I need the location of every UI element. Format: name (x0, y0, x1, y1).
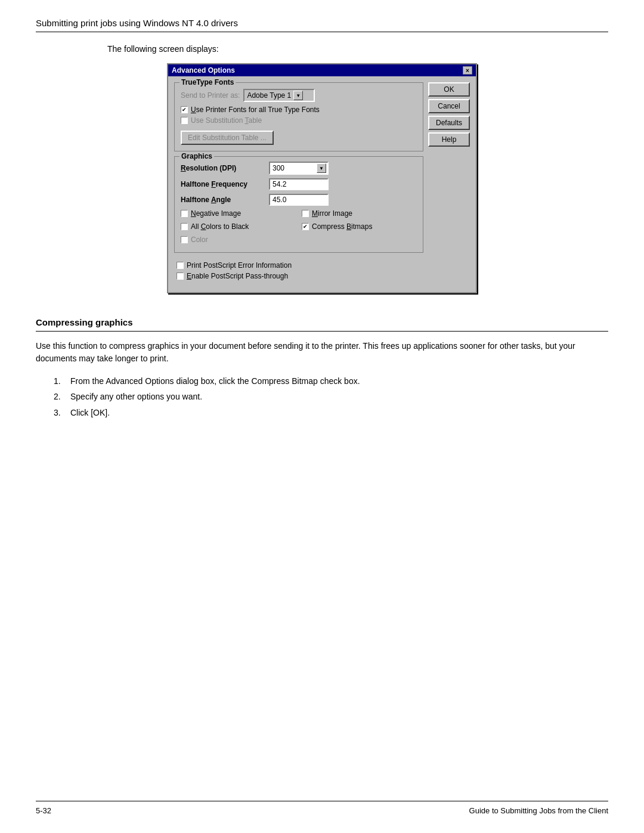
truetype-section: TrueType Fonts Send to Printer as: Adobe… (174, 82, 423, 151)
halftone-angle-row: Halftone Angle 45.0 (181, 194, 417, 206)
enable-pass-row: Enable PostScript Pass-through (177, 272, 421, 280)
dialog-body: TrueType Fonts Send to Printer as: Adobe… (168, 76, 476, 292)
halftone-angle-label: Halftone Angle (181, 196, 264, 204)
compressing-heading-section: Compressing graphics (36, 317, 608, 332)
negative-image-label: Negative Image (191, 209, 241, 218)
intro-text: The following screen displays: (107, 44, 608, 54)
header-title: Submitting print jobs using Windows NT 4… (36, 18, 608, 28)
enable-pass-label: Enable PostScript Pass-through (187, 272, 288, 280)
step-2-num: 2. (54, 390, 66, 403)
ok-button[interactable]: OK (428, 82, 470, 97)
print-error-checkbox[interactable] (177, 262, 184, 269)
mirror-image-checkbox[interactable] (302, 210, 309, 217)
print-error-label: Print PostScript Error Information (187, 261, 292, 270)
use-printer-fonts-row: Use Printer Fonts for all True Type Font… (181, 106, 417, 114)
page-header: Submitting print jobs using Windows NT 4… (36, 18, 608, 44)
halftone-freq-label: Halftone Frequency (181, 180, 264, 188)
compress-bitmaps-checkbox[interactable] (302, 223, 309, 230)
advanced-options-dialog: Advanced Options × TrueType Fonts Send t… (167, 63, 477, 293)
dialog-buttons: OK Cancel Defaults Help (428, 82, 470, 286)
negative-image-row: Negative Image (181, 209, 296, 218)
graphics-checkboxes: Negative Image Mirror Image All Colors t… (181, 209, 417, 246)
mirror-image-label: Mirror Image (312, 209, 352, 218)
resolution-label: Resolution (DPI) (181, 164, 264, 172)
send-to-label: Send to Printer as: (181, 91, 240, 100)
resolution-row: Resolution (DPI) 300 ▼ (181, 162, 417, 175)
list-item: 3. Click [OK]. (54, 406, 608, 419)
dialog-wrapper: Advanced Options × TrueType Fonts Send t… (36, 63, 608, 293)
all-colors-label: All Colors to Black (191, 222, 249, 231)
dropdown-arrow-icon[interactable]: ▼ (293, 91, 303, 100)
postscript-section: Print PostScript Error Information Enabl… (174, 258, 423, 286)
graphics-section: Graphics Resolution (DPI) 300 ▼ Halftone… (174, 156, 423, 253)
footer-page-num: 5-32 (36, 806, 51, 815)
color-label: Color (191, 236, 208, 244)
steps-list: 1. From the Advanced Options dialog box,… (54, 374, 608, 422)
resolution-arrow-icon[interactable]: ▼ (317, 163, 326, 173)
color-row: Color (181, 236, 296, 244)
list-item: 1. From the Advanced Options dialog box,… (54, 374, 608, 388)
color-checkbox[interactable] (181, 236, 188, 243)
enable-pass-checkbox[interactable] (177, 272, 184, 280)
step-3-num: 3. (54, 406, 66, 419)
step-1-num: 1. (54, 374, 66, 388)
dropdown-value: Adobe Type 1 (247, 91, 291, 100)
step-2-text: Specify any other options you want. (70, 390, 202, 403)
mirror-image-row: Mirror Image (302, 209, 417, 218)
use-substitution-label: Use Substitution Table (191, 116, 262, 125)
defaults-button[interactable]: Defaults (428, 116, 470, 130)
cancel-button[interactable]: Cancel (428, 99, 470, 113)
send-to-row: Send to Printer as: Adobe Type 1 ▼ (181, 89, 417, 102)
halftone-freq-input[interactable]: 54.2 (269, 178, 329, 190)
step-3-text: Click [OK]. (70, 406, 110, 419)
compress-bitmaps-row: Compress Bitmaps (302, 222, 417, 231)
dialog-close-button[interactable]: × (463, 66, 472, 75)
truetype-label: TrueType Fonts (179, 78, 236, 86)
graphics-label: Graphics (179, 152, 214, 160)
footer-guide-title: Guide to Submitting Jobs from the Client (469, 806, 608, 815)
halftone-freq-row: Halftone Frequency 54.2 (181, 178, 417, 190)
list-item: 2. Specify any other options you want. (54, 390, 608, 403)
use-printer-fonts-label: Use Printer Fonts for all True Type Font… (191, 106, 320, 114)
resolution-dropdown[interactable]: 300 ▼ (269, 162, 329, 175)
dialog-title: Advanced Options (172, 66, 235, 75)
compress-bitmaps-label: Compress Bitmaps (312, 222, 372, 231)
resolution-value: 300 (271, 164, 315, 172)
use-printer-fonts-checkbox[interactable] (181, 106, 188, 113)
use-substitution-row: Use Substitution Table (181, 116, 417, 125)
use-substitution-checkbox[interactable] (181, 117, 188, 124)
edit-substitution-button[interactable]: Edit Substitution Table ... (181, 131, 274, 145)
step-1-text: From the Advanced Options dialog box, cl… (70, 374, 360, 388)
all-colors-checkbox[interactable] (181, 223, 188, 230)
compressing-body: Use this function to compress graphics i… (36, 340, 608, 365)
print-error-row: Print PostScript Error Information (177, 261, 421, 270)
all-colors-row: All Colors to Black (181, 222, 296, 231)
dialog-main-content: TrueType Fonts Send to Printer as: Adobe… (174, 82, 423, 286)
send-to-dropdown[interactable]: Adobe Type 1 ▼ (243, 89, 315, 102)
page-footer: 5-32 Guide to Submitting Jobs from the C… (36, 801, 608, 815)
negative-image-checkbox[interactable] (181, 210, 188, 217)
halftone-angle-input[interactable]: 45.0 (269, 194, 329, 206)
help-button[interactable]: Help (428, 132, 470, 147)
compressing-heading: Compressing graphics (36, 317, 133, 327)
dialog-titlebar: Advanced Options × (168, 64, 476, 76)
